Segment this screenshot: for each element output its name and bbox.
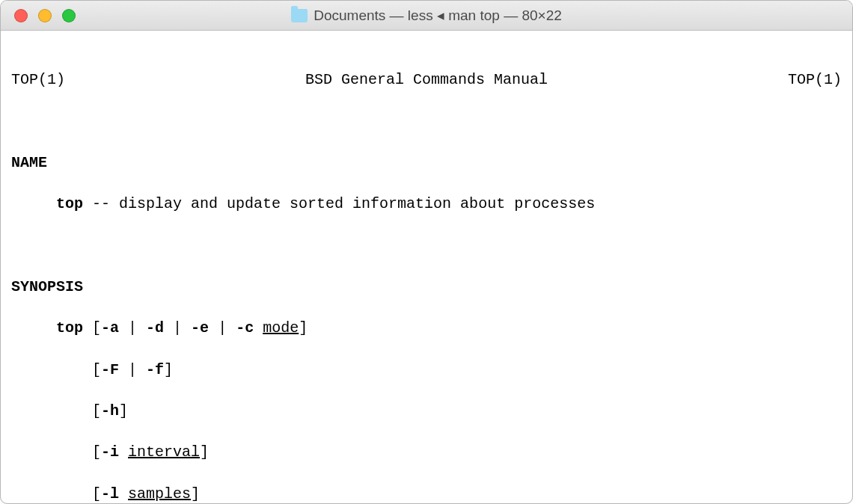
window-title-text: Documents — less ◂ man top — 80×22 <box>314 7 562 24</box>
window-title: Documents — less ◂ man top — 80×22 <box>291 7 562 24</box>
zoom-icon[interactable] <box>62 9 76 22</box>
synopsis-line: [-F | -f] <box>11 360 842 381</box>
blank-line <box>11 111 842 132</box>
terminal-content[interactable]: TOP(1)BSD General Commands ManualTOP(1) … <box>1 31 852 504</box>
close-icon[interactable] <box>14 9 28 22</box>
blank-line <box>11 235 842 256</box>
titlebar[interactable]: Documents — less ◂ man top — 80×22 <box>1 1 852 31</box>
minimize-icon[interactable] <box>38 9 52 22</box>
man-header-right: TOP(1) <box>788 70 842 90</box>
synopsis-heading: SYNOPSIS <box>11 277 842 298</box>
synopsis-line: top [-a | -d | -e | -c mode] <box>11 318 842 339</box>
synopsis-line: [-h] <box>11 401 842 422</box>
synopsis-line: [-i interval] <box>11 442 842 463</box>
window-controls <box>14 9 76 22</box>
man-header-center: BSD General Commands Manual <box>305 70 548 90</box>
synopsis-line: [-l samples] <box>11 484 842 504</box>
man-header-left: TOP(1) <box>11 70 65 90</box>
folder-icon <box>291 9 308 22</box>
name-line: top -- display and update sorted informa… <box>11 194 842 215</box>
terminal-window: Documents — less ◂ man top — 80×22 TOP(1… <box>0 0 853 504</box>
name-heading: NAME <box>11 153 842 173</box>
man-header: TOP(1)BSD General Commands ManualTOP(1) <box>11 70 842 90</box>
